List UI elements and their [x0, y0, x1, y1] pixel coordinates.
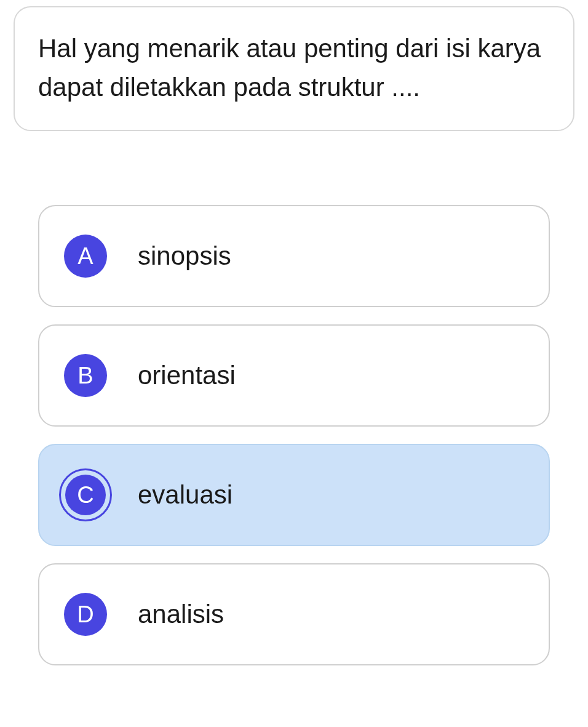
option-label: evaluasi [138, 480, 232, 510]
option-badge-wrapper: D [59, 588, 112, 641]
question-box: Hal yang menarik atau penting dari isi k… [14, 6, 574, 131]
option-a[interactable]: A sinopsis [38, 205, 550, 307]
option-c[interactable]: C evaluasi [38, 444, 550, 546]
option-badge-wrapper: B [59, 349, 112, 402]
question-text: Hal yang menarik atau penting dari isi k… [38, 29, 550, 106]
option-label: orientasi [138, 361, 236, 390]
option-label: sinopsis [138, 241, 231, 271]
option-badge: D [64, 593, 107, 636]
option-badge: B [64, 354, 107, 397]
options-container: A sinopsis B orientasi C evaluasi D anal… [38, 205, 550, 665]
option-badge: A [64, 235, 107, 278]
option-badge: C [65, 475, 106, 515]
option-badge-ring: C [59, 468, 112, 521]
option-badge-wrapper: A [59, 230, 112, 283]
option-d[interactable]: D analisis [38, 563, 550, 665]
option-badge-wrapper: C [59, 468, 112, 521]
option-b[interactable]: B orientasi [38, 324, 550, 427]
option-label: analisis [138, 600, 224, 629]
